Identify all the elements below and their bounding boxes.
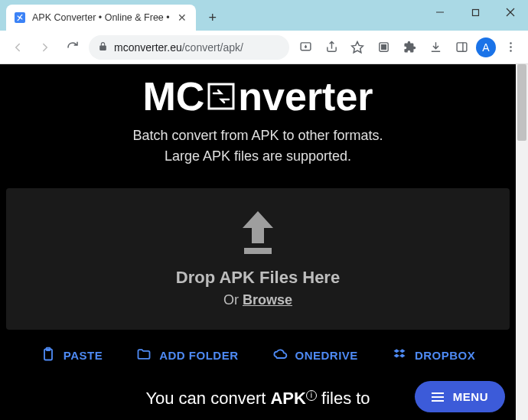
lock-icon <box>98 41 108 54</box>
back-button[interactable] <box>6 36 29 59</box>
menu-fab-button[interactable]: MENU <box>415 381 505 412</box>
folder-icon <box>136 347 152 364</box>
toolbar-icons: A <box>294 36 522 59</box>
profile-avatar[interactable]: A <box>476 37 496 57</box>
menu-dots-icon[interactable] <box>499 36 522 59</box>
close-button[interactable] <box>493 0 528 24</box>
onedrive-button[interactable]: ONEDRIVE <box>272 347 358 364</box>
dropbox-button[interactable]: DROPBOX <box>392 347 475 364</box>
url-text: mconverter.eu/convert/apk/ <box>114 41 280 54</box>
drop-or: Or Browse <box>21 292 494 308</box>
tab-close-icon[interactable]: ✕ <box>176 11 188 24</box>
new-tab-button[interactable]: + <box>202 7 223 28</box>
share-icon[interactable] <box>320 36 343 59</box>
scrollbar-thumb[interactable] <box>517 64 526 141</box>
site-logo: MC nverter <box>0 64 516 119</box>
add-folder-button[interactable]: ADD FOLDER <box>136 347 238 364</box>
svg-point-13 <box>510 50 512 52</box>
bookmark-star-icon[interactable] <box>346 36 369 59</box>
hamburger-icon <box>432 392 444 402</box>
clipboard-icon <box>41 347 56 364</box>
forward-button[interactable] <box>34 36 57 59</box>
install-app-icon[interactable] <box>294 36 317 59</box>
action-row: PASTE ADD FOLDER ONEDRIVE DROPBOX <box>0 347 516 364</box>
tab-favicon-icon <box>14 11 26 24</box>
tab-title: APK Converter • Online & Free • <box>32 12 170 23</box>
extensions-icon[interactable] <box>398 36 421 59</box>
browse-link[interactable]: Browse <box>243 292 292 308</box>
paste-button[interactable]: PASTE <box>41 347 103 364</box>
converter-logo-icon <box>207 83 235 110</box>
drop-title: Drop APK Files Here <box>21 268 494 288</box>
browser-toolbar: mconverter.eu/convert/apk/ A <box>0 31 528 64</box>
info-icon[interactable]: i <box>306 390 317 401</box>
subtitle: Batch convert from APK to other formats.… <box>0 125 516 167</box>
downloads-icon[interactable] <box>424 36 447 59</box>
svg-rect-1 <box>472 9 478 15</box>
window-controls <box>422 0 528 24</box>
reload-button[interactable] <box>61 36 84 59</box>
dropzone[interactable]: Drop APK Files Here Or Browse <box>6 188 510 330</box>
svg-point-11 <box>510 42 512 44</box>
svg-point-12 <box>510 46 512 48</box>
scrollbar[interactable] <box>516 64 528 420</box>
upload-icon <box>238 211 278 256</box>
page-content: MC nverter Batch convert from APK to oth… <box>0 64 516 420</box>
browser-tab[interactable]: APK Converter • Online & Free • ✕ <box>6 5 196 31</box>
svg-rect-14 <box>209 84 233 109</box>
svg-marker-6 <box>352 41 363 52</box>
onedrive-icon <box>272 347 288 364</box>
reading-list-icon[interactable] <box>372 36 395 59</box>
maximize-button[interactable] <box>458 0 493 24</box>
dropbox-icon <box>392 347 407 364</box>
address-bar[interactable]: mconverter.eu/convert/apk/ <box>89 35 289 60</box>
minimize-button[interactable] <box>422 0 458 24</box>
side-panel-icon[interactable] <box>450 36 473 59</box>
svg-rect-8 <box>380 44 386 50</box>
svg-rect-9 <box>457 43 467 51</box>
svg-rect-15 <box>244 248 272 254</box>
